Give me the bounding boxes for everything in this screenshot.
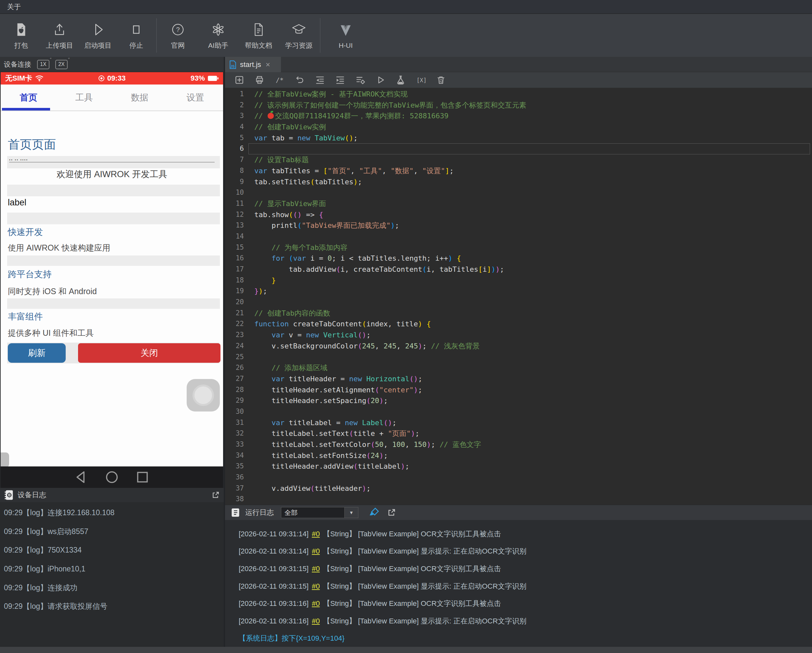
log-filter-dropdown[interactable]: 全部 ▼ (281, 507, 359, 518)
code-line-37[interactable]: 37 v.addView(titleHeader); (225, 483, 812, 494)
code-line-31[interactable]: 31 var titleLabel = new Label(); (225, 417, 812, 428)
editor-toolbar: /*[X] (225, 72, 812, 88)
line-number: 11 (225, 198, 249, 209)
code-text: titleLabel.setFontSize(24); (249, 450, 810, 461)
new-file-icon[interactable] (234, 75, 244, 85)
phone-mirror[interactable]: 无SIM卡 09:33 93% 首页 工具 数据 设置 (1, 72, 223, 466)
docs-icon (251, 21, 266, 38)
code-line-4[interactable]: 4// 创建TabView实例 (225, 122, 812, 132)
log-ref-link[interactable]: #0 (312, 547, 320, 556)
comment-icon[interactable]: /* (275, 75, 285, 85)
format-icon[interactable] (355, 75, 366, 85)
code-line-30[interactable]: 30 (225, 406, 812, 417)
test-icon[interactable] (395, 75, 406, 85)
run-log-expand-icon[interactable] (387, 508, 396, 517)
code-line-2[interactable]: 2// 该示例展示了如何创建一个功能完整的TabView界面，包含多个标签页和交… (225, 100, 812, 111)
nav-recents-icon[interactable] (136, 470, 149, 484)
nav-home-icon[interactable] (105, 470, 119, 484)
code-line-22[interactable]: 22function createTabContent(index, title… (225, 318, 812, 330)
toolbar-button-stop[interactable]: 停止 (117, 17, 156, 53)
code-line-13[interactable]: 13 printl("TabView界面已加载完成"); (225, 220, 812, 231)
code-line-32[interactable]: 32 titleLabel.setText(title + "页面"); (225, 428, 812, 439)
menu-bar: 关于 (0, 0, 812, 14)
clean-icon[interactable] (436, 75, 446, 85)
code-line-33[interactable]: 33 titleLabel.setTextColor(50, 100, 150)… (225, 439, 812, 450)
print-icon[interactable] (254, 75, 265, 85)
indent-icon[interactable] (335, 75, 345, 85)
app-window: 关于 打包上传项目启动项目停止?官网AI助手帮助文档学习资源H-UI 设备连接 … (0, 0, 812, 653)
log-ref-link[interactable]: #0 (312, 582, 320, 591)
code-line-38[interactable]: 38 (225, 494, 812, 505)
toolbar-button-ai[interactable]: AI助手 (198, 17, 238, 53)
toolbar-button-learn[interactable]: 学习资源 (279, 17, 319, 53)
device-log-list[interactable]: 09:29【log】连接192.168.10.10809:29【log】ws启动… (0, 502, 224, 648)
code-line-1[interactable]: 1// 全新TabView案例 - 基于AIWROK文档实现 (225, 89, 812, 100)
code-line-17[interactable]: 17 tab.addView(i, createTabContent(i, ta… (225, 264, 812, 275)
code-line-26[interactable]: 26 // 添加标题区域 (225, 362, 812, 373)
toolbar-button-hui[interactable]: H-UI (321, 17, 370, 53)
log-ref-link[interactable]: #0 (312, 617, 320, 626)
code-line-27[interactable]: 27 var titleHeader = new Horizontal(); (225, 373, 812, 385)
code-line-29[interactable]: 29 titleHeader.setSpacing(20); (225, 395, 812, 406)
menu-about[interactable]: 关于 (5, 2, 23, 11)
code-editor[interactable]: 1// 全新TabView案例 - 基于AIWROK文档实现2// 该示例展示了… (225, 88, 812, 505)
code-line-3[interactable]: 3// 交流QQ群711841924群一，苹果内测群: 528816639 (225, 111, 812, 122)
toolbar-button-run[interactable]: 启动项目 (79, 17, 117, 53)
toolbar-button-package[interactable]: 打包 (2, 17, 40, 53)
phone-tab-tools[interactable]: 工具 (56, 85, 112, 111)
code-line-36[interactable]: 36 (225, 472, 812, 483)
bottom-scrollbar-track[interactable] (0, 647, 812, 653)
code-line-14[interactable]: 14 (225, 231, 812, 242)
device-log-expand-icon[interactable] (211, 491, 220, 499)
phone-tab-settings[interactable]: 设置 (168, 85, 223, 111)
editor-tab-startjs[interactable]: JS start.js × (225, 57, 281, 72)
toolbar-button-docs[interactable]: 帮助文档 (238, 17, 279, 53)
zoom-2x-button[interactable]: 2X (55, 60, 68, 69)
refresh-button[interactable]: 刷新 (8, 343, 66, 363)
phone-tab-home[interactable]: 首页 (1, 85, 56, 111)
phone-tab-data[interactable]: 数据 (112, 85, 168, 111)
placeholder-label: label (8, 198, 26, 208)
tab-close-icon[interactable]: × (266, 60, 270, 69)
section-heading-2: 跨平台支持 (8, 268, 52, 280)
code-line-25[interactable]: 25 (225, 352, 812, 363)
code-line-24[interactable]: 24 v.setBackgroundColor(245, 245, 245); … (225, 341, 812, 352)
code-line-34[interactable]: 34 titleLabel.setFontSize(24); (225, 450, 812, 461)
device-log-entry: 09:29【log】请求获取投屏信号 (0, 597, 224, 616)
code-line-21[interactable]: 21// 创建Tab内容的函数 (225, 308, 812, 319)
undo-icon[interactable] (295, 75, 305, 85)
log-ref-link[interactable]: #0 (312, 565, 320, 573)
code-line-28[interactable]: 28 titleHeader.setAlignment("center"); (225, 385, 812, 396)
code-line-19[interactable]: 19}); (225, 286, 812, 297)
code-line-9[interactable]: 9tab.setTitles(tabTitles); (225, 177, 812, 187)
assistive-touch-button[interactable] (187, 379, 220, 411)
close-button[interactable]: 关闭 (78, 343, 220, 363)
stop-icon (129, 21, 144, 38)
log-ref-link[interactable]: #0 (312, 600, 320, 608)
outdent-icon[interactable] (315, 75, 325, 85)
toolbar-button-website[interactable]: ?官网 (158, 17, 198, 53)
code-line-11[interactable]: 11// 显示TabView界面 (225, 198, 812, 209)
log-ref-link[interactable]: #0 (312, 530, 320, 538)
code-line-35[interactable]: 35 titleHeader.addView(titleLabel); (225, 461, 812, 472)
code-line-23[interactable]: 23 var v = new Vertical(); (225, 330, 812, 341)
code-line-5[interactable]: 5var tab = new TabView(); (225, 132, 812, 144)
code-text: tab.show(() => { (249, 209, 810, 221)
dropdown-arrow-icon[interactable]: ▼ (344, 507, 358, 518)
run-icon[interactable] (375, 75, 386, 85)
nav-back-icon[interactable] (75, 470, 88, 484)
code-line-16[interactable]: 16 for (var i = 0; i < tabTitles.length;… (225, 253, 812, 264)
clear-log-brush-icon[interactable] (369, 507, 379, 518)
code-line-7[interactable]: 7// 设置Tab标题 (225, 154, 812, 166)
run-log-list[interactable]: [2026-02-11 09:31:14]#0【String】 [TabView… (225, 520, 812, 647)
code-line-15[interactable]: 15 // 为每个Tab添加内容 (225, 242, 812, 253)
code-line-8[interactable]: 8var tabTitles = ["首页", "工具", "数据", "设置"… (225, 166, 812, 177)
code-line-10[interactable]: 10 (225, 187, 812, 198)
zoom-1x-button[interactable]: 1X (37, 60, 49, 69)
toolbar-button-upload[interactable]: 上传项目 (40, 17, 79, 53)
code-line-18[interactable]: 18 } (225, 275, 812, 286)
code-line-6[interactable]: 6 (225, 143, 812, 154)
code-line-20[interactable]: 20 (225, 297, 812, 308)
variable-icon[interactable]: [X] (415, 75, 426, 85)
code-line-12[interactable]: 12tab.show(() => { (225, 209, 812, 221)
